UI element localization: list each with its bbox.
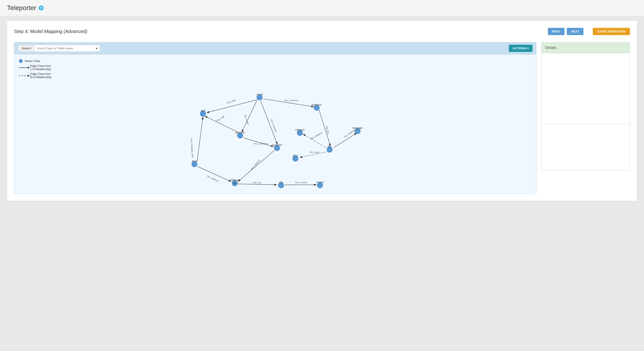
edge-label-has-language: has_language [344, 128, 356, 138]
solid-arrow-icon [19, 67, 28, 68]
edge-label-has-address1: has_address [207, 175, 219, 183]
details-panel: Details [541, 42, 630, 194]
edge-label-has-staff2: has_staff [216, 115, 225, 122]
help-icon[interactable]: ? [38, 6, 44, 11]
actions-button[interactable]: ACTIONS ▾ [509, 45, 532, 52]
legend-vertex: Vertex Class [19, 59, 532, 63]
edge-label-has-country: has_country [295, 181, 307, 184]
edge-label-has-rental: has_rental [244, 114, 250, 125]
details-body-lower [541, 124, 630, 170]
edge-label-film-category: film_category [310, 131, 323, 140]
step-title: Step 4: Model Mapping (Advanced) [14, 29, 88, 34]
node-label-address: address [230, 179, 239, 181]
node-label-payment: payment [236, 131, 245, 134]
edge-rental-payment [242, 101, 256, 132]
next-button[interactable]: NEXT [567, 28, 584, 35]
graph-panel: Search ▾ ACTIONS ▾ Vertex Class [14, 42, 536, 194]
node-label-language: language [353, 126, 363, 129]
node-star-address: ★ [233, 181, 236, 185]
edge-inventory-film [319, 109, 331, 146]
graph-toolbar: Search ▾ ACTIONS ▾ [14, 42, 536, 55]
edge-label-film-actor: film_actor [310, 151, 320, 154]
graph-svg: has_staff has_inventory has_rental has_c… [19, 84, 532, 189]
node-label-country: country [316, 181, 324, 183]
workspace: Search ▾ ACTIONS ▾ Vertex Class [14, 42, 630, 194]
start-migration-button[interactable]: START MIGRATION [593, 28, 630, 35]
main-content: Step 4: Model Mapping (Advanced) PREV NE… [0, 16, 644, 205]
node-label-customer: customer [272, 143, 282, 146]
search-label: Search [18, 45, 34, 52]
card: Step 4: Model Mapping (Advanced) PREV NE… [7, 21, 637, 201]
edge-label-has-customer2: has_customer [254, 142, 268, 145]
page-title: Teleporter ? [7, 4, 637, 12]
edge-label-has-customer1: has_customer [270, 119, 278, 133]
edge-rental-customer [261, 101, 278, 145]
edge-label-has-manager-staff: has_manager_staff [190, 138, 194, 157]
search-wrapper: Search ▾ [18, 45, 100, 52]
prev-button[interactable]: PREV [548, 28, 564, 35]
app-title: Teleporter [7, 4, 36, 12]
dashed-arrow-icon [19, 75, 28, 76]
page-header: Teleporter ? [0, 0, 644, 16]
solid-arrow-text: Edge Class from 1-N Relationship [30, 64, 51, 71]
details-header: Details [541, 42, 630, 53]
legend-solid-arrow: Edge Class from 1-N Relationship [19, 64, 532, 71]
search-dropdown-button[interactable]: ▾ [94, 45, 100, 52]
node-label-category: category [295, 128, 305, 131]
legend: Vertex Class Edge Class from 1-N Relatio… [19, 59, 532, 79]
edge-label-has-staff1: has_staff [226, 99, 236, 104]
node-label-staff: staff [201, 109, 205, 112]
edge-store-staff [197, 117, 203, 161]
details-body-upper [541, 53, 630, 124]
legend-dashed-arrow: Edge Class from N-N Relationship [19, 72, 532, 79]
graph-svg-container: has_staff has_inventory has_rental has_c… [19, 84, 532, 189]
vertex-icon [19, 59, 23, 63]
node-label-actor: actor [292, 154, 298, 157]
node-label-film: film [328, 145, 332, 148]
node-label-store: store [192, 160, 197, 162]
graph-area: Vertex Class Edge Class from 1-N Relatio… [14, 55, 536, 194]
node-label-rental: rental [256, 93, 262, 96]
step-header: Step 4: Model Mapping (Advanced) PREV NE… [14, 28, 630, 35]
step-nav: PREV NEXT [548, 28, 584, 35]
edge-address-city [238, 184, 277, 185]
node-label-city: city [279, 181, 283, 183]
edge-customer-address [238, 150, 274, 182]
dashed-arrow-text: Edge Class from N-N Relationship [30, 72, 52, 79]
edge-label-has-address2: has_address [250, 159, 261, 170]
edge-label-has-city: has_city [253, 181, 261, 184]
edge-label-has-film: has_film [326, 126, 330, 134]
vertex-label: Vertex Class [24, 60, 40, 63]
edge-label-has-inventory: has_inventory [284, 99, 298, 102]
search-input[interactable] [34, 45, 94, 52]
node-label-inventory: inventory [312, 103, 322, 106]
